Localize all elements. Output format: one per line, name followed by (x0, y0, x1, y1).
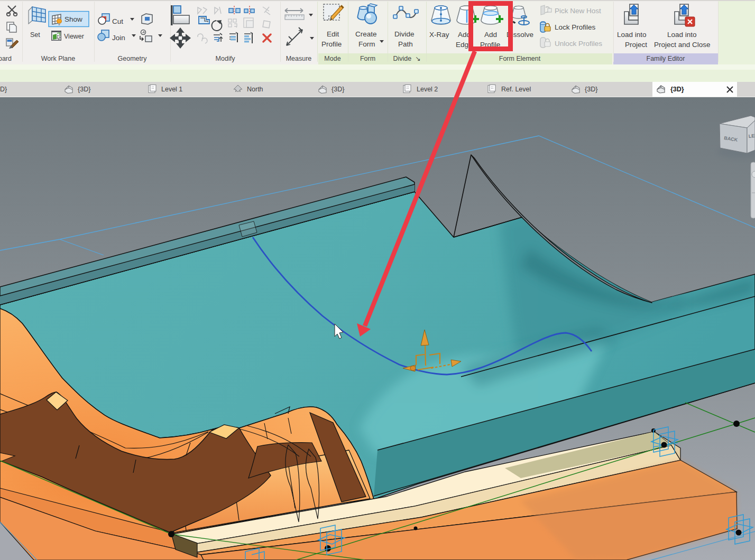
svg-text:Set: Set (30, 31, 40, 39)
svg-text:Cut: Cut (112, 17, 123, 25)
svg-text:LEFT: LEFT (748, 133, 755, 139)
svg-text:Pick New Host: Pick New Host (555, 7, 601, 15)
svg-text:Path: Path (398, 40, 413, 48)
svg-text:Profile: Profile (321, 40, 342, 48)
svg-text:Divide: Divide (394, 30, 415, 38)
svg-text:Unlock Profiles: Unlock Profiles (555, 40, 602, 48)
svg-text:Join: Join (112, 34, 125, 42)
svg-text:Viewer: Viewer (64, 33, 84, 40)
svg-text:D}: D} (0, 86, 7, 93)
svg-text:{3D}: {3D} (332, 86, 344, 93)
svg-text:Level 2: Level 2 (417, 86, 438, 93)
svg-text:Ref. Level: Ref. Level (501, 86, 531, 93)
svg-text:Level 1: Level 1 (161, 86, 182, 93)
svg-text:X-Ray: X-Ray (429, 31, 449, 39)
svg-text:Load into: Load into (617, 31, 647, 39)
svg-text:Form: Form (358, 40, 375, 48)
svg-text:{3D}: {3D} (670, 86, 684, 93)
svg-text:Load into: Load into (667, 31, 697, 39)
svg-text:Project and Close: Project and Close (654, 41, 711, 49)
svg-text:Show: Show (65, 15, 82, 23)
svg-text:{3D}: {3D} (78, 86, 90, 93)
svg-text:{3D}: {3D} (585, 86, 597, 93)
svg-text:Edit: Edit (327, 30, 339, 38)
svg-text:Lock Profiles: Lock Profiles (555, 23, 596, 31)
svg-text:North: North (247, 86, 263, 93)
svg-text:Create: Create (355, 30, 377, 38)
svg-text:Project: Project (625, 41, 647, 49)
